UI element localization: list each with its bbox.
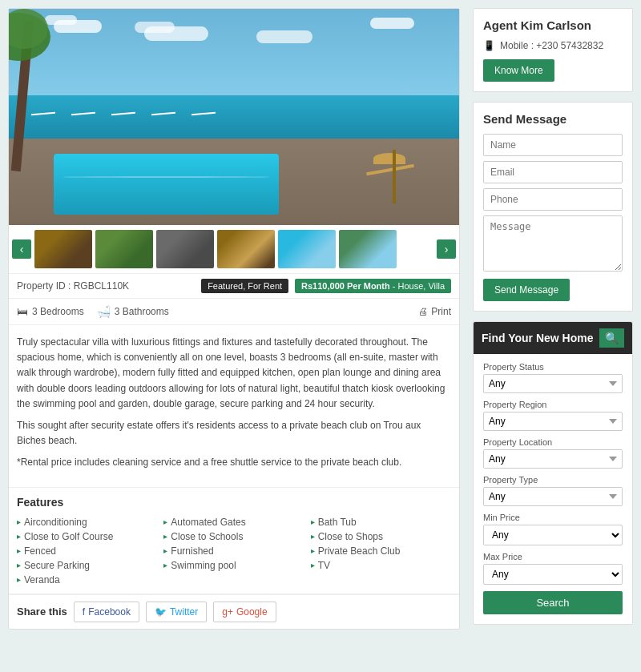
description-section: Truly spectacular villa with luxurious f…	[9, 325, 459, 488]
thumbnail-3[interactable]	[156, 230, 214, 268]
feature-tv: TV	[311, 560, 451, 571]
twitter-label: Twitter	[170, 606, 198, 618]
min-price-label: Min Price	[483, 513, 623, 522]
max-price-row: Any	[483, 564, 623, 591]
find-home-search-icon-btn[interactable]: 🔍	[599, 328, 624, 348]
bath-icon: 🛁	[97, 305, 111, 318]
name-input[interactable]	[483, 134, 623, 156]
feature-secure-parking: Secure Parking	[17, 560, 157, 571]
bedrooms-label: 3 Bedrooms	[32, 306, 84, 317]
printer-icon: 🖨	[418, 306, 428, 317]
thumbnail-5[interactable]	[278, 230, 336, 268]
property-region-label: Property Region	[483, 400, 623, 409]
facebook-share-btn[interactable]: f Facebook	[74, 602, 139, 622]
bed-icon: 🛏	[17, 305, 28, 318]
find-home-title: Find Your New Home	[482, 332, 594, 344]
featured-badge: Featured, For Rent	[201, 279, 288, 293]
feature-veranda: Veranda	[17, 574, 157, 585]
feature-automated-gates: Automated Gates	[163, 517, 304, 528]
bedrooms-detail: 🛏 3 Bedrooms	[17, 305, 84, 318]
property-type-label: Property Type	[483, 475, 623, 485]
bathrooms-label: 3 Bathrooms	[115, 306, 169, 317]
facebook-label: Facebook	[88, 606, 131, 618]
twitter-share-btn[interactable]: 🐦 Twitter	[146, 602, 207, 622]
feature-close-schools: Close to Schools	[163, 531, 304, 542]
property-id: Property ID : RGBCL110K	[17, 280, 129, 292]
thumb-next-btn[interactable]: ›	[437, 239, 456, 259]
property-type-select[interactable]: Any	[483, 487, 623, 506]
google-icon: g+	[222, 606, 233, 618]
property-location-select[interactable]: Any	[483, 449, 623, 469]
main-content: ‹ › Property ID : RGBCL110K Featured, Fo…	[8, 8, 460, 630]
agent-phone: 📱 Mobile : +230 57432832	[483, 40, 623, 51]
thumb-prev-btn[interactable]: ‹	[12, 239, 31, 259]
thumbnail-4[interactable]	[217, 230, 275, 268]
price-type: - House, Villa	[393, 281, 445, 291]
email-input[interactable]	[483, 161, 623, 183]
google-share-btn[interactable]: g+ Google	[213, 602, 276, 622]
feature-bath-tub: Bath Tub	[311, 517, 451, 528]
message-input[interactable]	[483, 215, 623, 272]
send-message-panel: Send Message Send Message	[473, 102, 633, 312]
hero-image	[9, 9, 459, 225]
features-section: Features Airconditioning Automated Gates…	[9, 488, 459, 594]
price-badge: Rs110,000 Per Month - House, Villa	[295, 279, 451, 293]
facebook-icon: f	[83, 606, 85, 618]
send-message-btn[interactable]: Send Message	[483, 279, 570, 301]
features-title: Features	[17, 496, 451, 509]
property-status-select[interactable]: Any	[483, 374, 623, 393]
max-price-select[interactable]: Any	[483, 564, 623, 585]
phone-icon: 📱	[483, 40, 495, 51]
twitter-icon: 🐦	[155, 606, 167, 618]
property-region-select[interactable]: Any	[483, 412, 623, 431]
search-btn[interactable]: Search	[483, 591, 623, 614]
agent-name: Agent Kim Carlson	[483, 18, 623, 32]
thumbnail-1[interactable]	[34, 230, 92, 268]
description-p2: This sought after security estate offers…	[17, 418, 451, 449]
features-grid: Airconditioning Automated Gates Bath Tub…	[17, 517, 451, 585]
price-row: Any	[483, 525, 623, 552]
details-row: 🛏 3 Bedrooms 🛁 3 Bathrooms 🖨 Print	[9, 299, 459, 325]
find-home-header: Find Your New Home 🔍	[474, 322, 632, 354]
description-p1: Truly spectacular villa with luxurious f…	[17, 335, 451, 412]
feature-fenced: Fenced	[17, 545, 157, 557]
share-bar: Share this f Facebook 🐦 Twitter g+ Googl…	[9, 594, 459, 629]
bathrooms-detail: 🛁 3 Bathrooms	[97, 305, 169, 318]
find-home-panel: Find Your New Home 🔍 Property Status Any…	[473, 321, 633, 625]
feature-swimming-pool: Swimming pool	[163, 560, 304, 571]
property-status-label: Property Status	[483, 362, 623, 372]
print-btn[interactable]: 🖨 Print	[418, 306, 451, 317]
feature-close-golf: Close to Golf Course	[17, 531, 157, 542]
thumbnail-6[interactable]	[339, 230, 397, 268]
thumbs-container	[34, 230, 433, 268]
feature-furnished: Furnished	[163, 545, 304, 557]
max-price-label: Max Price	[483, 552, 623, 561]
feature-private-beach: Private Beach Club	[311, 545, 451, 557]
know-more-btn[interactable]: Know More	[483, 59, 554, 82]
feature-airconditioning: Airconditioning	[17, 517, 157, 528]
price-amount: Rs110,000 Per Month	[301, 281, 390, 291]
thumbnail-2[interactable]	[95, 230, 153, 268]
share-label: Share this	[17, 606, 67, 618]
feature-close-shops: Close to Shops	[311, 531, 451, 542]
sidebar: Agent Kim Carlson 📱 Mobile : +230 574328…	[473, 8, 633, 630]
send-message-title: Send Message	[483, 112, 623, 126]
phone-input[interactable]	[483, 188, 623, 211]
min-price-select[interactable]: Any	[483, 525, 623, 545]
google-label: Google	[236, 606, 268, 618]
print-label: Print	[431, 306, 451, 317]
property-bar: Property ID : RGBCL110K Featured, For Re…	[9, 273, 459, 299]
property-location-label: Property Location	[483, 437, 623, 447]
thumbnails-bar: ‹ ›	[9, 225, 459, 273]
description-p3: *Rental price includes cleaning service …	[17, 455, 451, 470]
agent-phone-label: Mobile : +230 57432832	[500, 40, 603, 51]
agent-panel: Agent Kim Carlson 📱 Mobile : +230 574328…	[473, 8, 633, 92]
